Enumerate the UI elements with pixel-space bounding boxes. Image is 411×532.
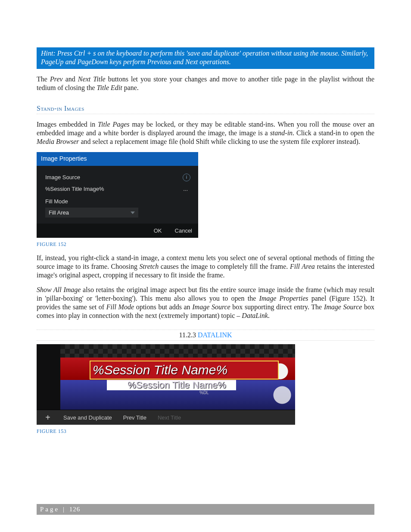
text: . Click a stand-in to open the: [293, 129, 374, 137]
fill-mode-italic: Fill Mode: [106, 303, 134, 311]
title-edit-italic: Title Edit: [97, 84, 122, 91]
next-title-button: Next Title: [158, 414, 181, 421]
title-toolbar: + Save and Duplicate Prev Title Next Tit…: [37, 410, 295, 425]
text: box supporting direct entry. The: [230, 303, 324, 311]
session-title-name-2: %Session Title Name%: [128, 380, 226, 391]
hint-box: Hint: Press Ctrl + s on the keyboard to …: [37, 47, 374, 69]
image-source-italic: Image Source: [192, 303, 230, 311]
text: .: [268, 312, 270, 319]
fill-mode-value: Fill Area: [49, 209, 69, 216]
section-number: 11.2.3: [179, 331, 198, 339]
page-footer: Page | 126: [37, 504, 374, 515]
text: and select a replacement image file (hol…: [79, 138, 360, 145]
paragraph-stretch: If, instead, you right-click a stand-in …: [37, 254, 374, 280]
fill-mode-label: Fill Mode: [45, 198, 190, 205]
image-properties-dialog: Image Properties Image Source i %Session…: [37, 152, 198, 238]
datalink-italic: DataLink: [242, 312, 268, 319]
stretch-italic: Stretch: [140, 263, 159, 270]
image-source-italic-2: Image Source: [324, 303, 362, 311]
media-browser-italic: Media Browser: [37, 138, 79, 145]
leftbar: [37, 344, 60, 410]
image-properties-italic: Image Properties: [259, 295, 308, 302]
footer-label: Page |: [40, 506, 69, 513]
title-pages-italic: Title Pages: [98, 121, 129, 128]
paragraph-standin: Images embedded in Title Pages may be lo…: [37, 120, 374, 146]
dl-badge: %DL: [199, 391, 209, 395]
text: and: [63, 75, 78, 83]
section-label: DATALINK: [198, 331, 232, 339]
chevron-down-icon: [131, 212, 135, 214]
next-title-italic: Next Title: [78, 75, 106, 83]
image-source-label: Image Source: [45, 174, 80, 181]
standin-italic: stand-in: [270, 129, 293, 137]
paragraph-show-all: Show All Image also retains the original…: [37, 286, 374, 320]
browse-button[interactable]: ...: [183, 186, 190, 193]
cancel-button[interactable]: Cancel: [175, 228, 192, 233]
prev-italic: Prev: [50, 75, 63, 83]
text: options but adds an: [134, 303, 192, 311]
show-all-image-italic: Show All Image: [37, 286, 81, 293]
session-title-name-1: %Session Title Name%: [93, 361, 227, 379]
text: The: [37, 75, 50, 83]
figure-152-caption: Figure 152: [37, 241, 374, 248]
figure-153: %Session Title Name% %Session Title Name…: [37, 344, 295, 425]
save-and-duplicate-button[interactable]: Save and Duplicate: [63, 414, 112, 421]
paragraph-prev-next: The Prev and Next Title buttons let you …: [37, 75, 374, 92]
text: pane.: [122, 84, 139, 91]
figure-153-caption: Figure 153: [37, 428, 374, 435]
prev-title-button[interactable]: Prev Title: [123, 414, 146, 421]
section-datalink: 11.2.3 DATALINK: [37, 330, 374, 341]
ok-button[interactable]: OK: [154, 228, 162, 233]
fill-area-italic: Fill Area: [290, 263, 315, 270]
image-source-value: %Session Title Image%: [45, 186, 104, 193]
info-icon[interactable]: i: [183, 174, 190, 181]
fill-mode-select[interactable]: Fill Area: [45, 208, 138, 218]
page-number: 126: [69, 506, 81, 513]
add-icon[interactable]: +: [44, 413, 52, 423]
section-standin-images: Stand-in Images: [37, 104, 374, 114]
text: Images embedded in: [37, 121, 98, 128]
text: causes the image to completely fill the …: [159, 263, 290, 270]
dialog-title: Image Properties: [37, 152, 198, 166]
